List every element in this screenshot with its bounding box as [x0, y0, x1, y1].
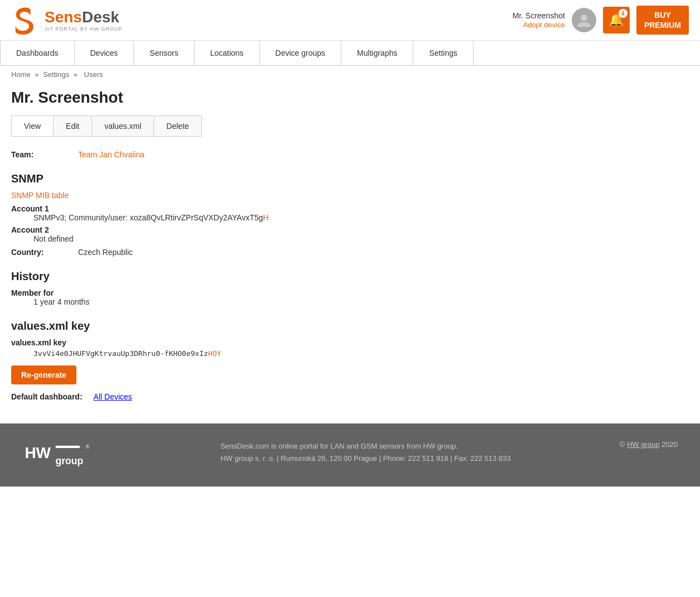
logo-area: SensDesk IoT PORTAL BY HW GROUP — [11, 6, 123, 35]
country-label: Country: — [11, 248, 78, 257]
page-title: Mr. Screenshot — [11, 89, 647, 107]
values-xml-key-label: values.xml key — [11, 338, 647, 347]
snmp-section-title: SNMP — [11, 172, 647, 185]
regenerate-button[interactable]: Re-generate — [11, 365, 76, 384]
footer-line2: HW group s. r. o. | Rumunská 26, 120 00 … — [220, 452, 510, 465]
main-nav: Dashboards Devices Sensors Locations Dev… — [0, 41, 700, 66]
hw-group-footer-link[interactable]: HW group — [627, 440, 660, 449]
account2-block: Account 2 Not defined — [11, 225, 647, 243]
account2-label: Account 2 — [11, 225, 647, 234]
team-label: Team: — [11, 150, 78, 159]
country-value: Czech Republic — [78, 248, 133, 257]
avatar — [572, 8, 596, 32]
account1-block: Account 1 SNMPv3; Community/user: xoza8Q… — [11, 204, 647, 222]
member-for-block: Member for 1 year 4 months — [11, 288, 647, 306]
all-devices-link[interactable]: All Devices — [94, 392, 132, 401]
history-section-title: History — [11, 270, 647, 283]
account1-value: SNMPv3; Community/user: xoza8QvLRtirvZPr… — [11, 213, 647, 222]
hw-group-logo: HW group ® — [22, 440, 100, 468]
values-key-highlight: HOY — [208, 349, 221, 358]
default-dashboard-label: Default dashboard: — [11, 392, 83, 401]
user-name: Mr. Screenshot — [513, 11, 565, 20]
member-for-label: Member for — [11, 288, 647, 297]
footer-logo: HW group ® — [22, 440, 112, 470]
country-row: Country: Czech Republic — [11, 248, 647, 257]
breadcrumb-sep-1: » — [35, 70, 41, 79]
user-avatar-icon — [576, 12, 592, 28]
values-xml-key-value: 3vvVi4e0JHUFVgKtrvauUp3DRhru0-fKHO0e9xIz… — [11, 349, 647, 358]
team-value: Team Jan Chvalina — [78, 150, 144, 159]
header: SensDesk IoT PORTAL BY HW GROUP Mr. Scre… — [0, 0, 700, 41]
svg-text:HW: HW — [25, 444, 51, 461]
user-info: Mr. Screenshot Adopt device — [513, 11, 565, 29]
member-for-value: 1 year 4 months — [11, 297, 647, 306]
values-key-prefix: 3vvVi4e0JHUFVgKtrvauUp3DRhru0-fKHO0e9xIz — [33, 349, 208, 358]
action-tabs: View Edit values.xml Delete — [11, 115, 202, 137]
notifications-button[interactable]: 🔔 4 — [603, 7, 630, 33]
team-link[interactable]: Team Jan Chvalina — [78, 150, 144, 159]
breadcrumb-sep-2: » — [74, 70, 80, 79]
snmp-mib-link[interactable]: SNMP MIB table — [11, 191, 647, 200]
team-row: Team: Team Jan Chvalina — [11, 150, 647, 159]
nav-item-dashboards[interactable]: Dashboards — [0, 41, 75, 65]
nav-item-devices[interactable]: Devices — [75, 41, 134, 65]
tab-delete[interactable]: Delete — [154, 116, 201, 136]
tab-view[interactable]: View — [12, 116, 54, 136]
main-content: Mr. Screenshot View Edit values.xml Dele… — [0, 83, 658, 423]
svg-point-0 — [581, 15, 587, 21]
svg-rect-2 — [56, 446, 80, 448]
breadcrumb-home[interactable]: Home — [11, 70, 31, 79]
account2-value: Not defined — [11, 234, 647, 243]
breadcrumb-settings[interactable]: Settings — [43, 70, 69, 79]
buy-premium-button[interactable]: BUYPREMIUM — [636, 6, 689, 35]
nav-item-multigraphs[interactable]: Multigraphs — [341, 41, 413, 65]
breadcrumb-users: Users — [84, 70, 103, 79]
default-dashboard-value: All Devices — [94, 392, 132, 401]
header-right: Mr. Screenshot Adopt device 🔔 4 BUYPREMI… — [513, 6, 689, 35]
values-xml-section-title: values.xml key — [11, 320, 647, 333]
tab-values-xml[interactable]: values.xml — [92, 116, 154, 136]
svg-text:®: ® — [86, 444, 90, 450]
nav-item-sensors[interactable]: Sensors — [134, 41, 194, 65]
notification-badge: 4 — [619, 9, 627, 18]
footer: HW group ® SensDesk.com is online portal… — [0, 423, 700, 487]
svg-text:group: group — [56, 455, 84, 466]
nav-item-locations[interactable]: Locations — [195, 41, 260, 65]
nav-item-device-groups[interactable]: Device groups — [260, 41, 342, 65]
account1-value-text: SNMPv3; Community/user: xoza8QvLRtirvZPr… — [33, 213, 263, 222]
breadcrumb: Home » Settings » Users — [0, 66, 700, 83]
footer-line1: SensDesk.com is online portal for LAN an… — [220, 440, 510, 452]
adopt-device-link[interactable]: Adopt device — [523, 21, 565, 29]
default-dashboard-row: Default dashboard: All Devices — [11, 392, 647, 401]
nav-item-settings[interactable]: Settings — [413, 41, 474, 65]
footer-copyright: © HW group 2020 — [620, 440, 678, 449]
account1-highlight: H — [263, 213, 269, 222]
tab-edit[interactable]: Edit — [54, 116, 92, 136]
account1-label: Account 1 — [11, 204, 647, 213]
footer-description: SensDesk.com is online portal for LAN an… — [220, 440, 510, 465]
